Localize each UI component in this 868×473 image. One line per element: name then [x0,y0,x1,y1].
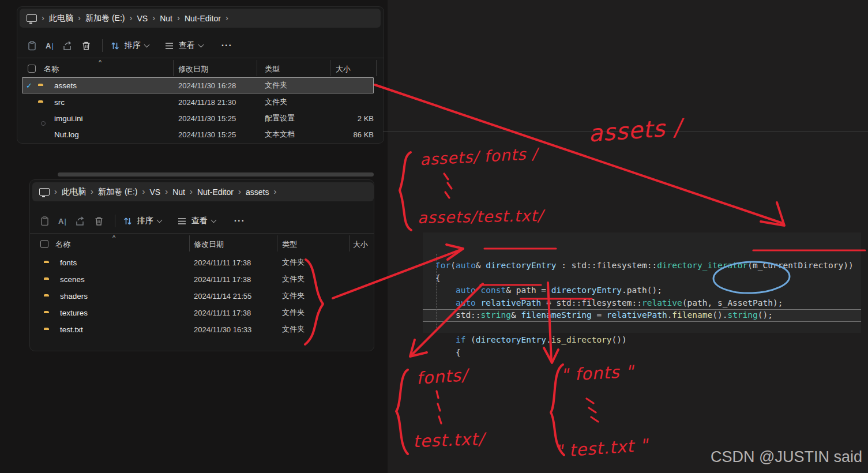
file-explorer-window-1: ›此电脑›新加卷 (E:)›VS›Nut›Nut-Editor› A| 排序 查… [17,7,384,143]
code-line: { [435,347,861,359]
paste-button[interactable] [39,216,50,227]
annotation-testtxt-string: " test.txt " [554,435,649,461]
screenshot-root: ›此电脑›新加卷 (E:)›VS›Nut›Nut-Editor› A| 排序 查… [0,0,868,473]
file-row-shaders[interactable]: shaders 2024/11/14 21:55 文件夹 [35,287,369,304]
rename-icon: A [58,217,63,226]
breadcrumb-chevron-icon: › [226,13,228,22]
code-block: for(auto& directoryEntry : std::filesyst… [423,232,861,333]
address-bar[interactable]: ›此电脑›新加卷 (E:)›VS›Nut›Nut-Editor› [20,9,381,28]
breadcrumb-chevron-icon: › [129,13,132,22]
clipboard-icon [39,216,50,227]
file-type: 文件夹 [282,257,305,268]
breadcrumb-item[interactable]: Nut-Editor [197,187,234,197]
breadcrumb-chevron-icon: › [238,186,241,196]
file-row-imgui-ini[interactable]: imgui.ini 2024/11/30 15:25 配置设置 2 KB [22,110,374,126]
breadcrumb-item[interactable]: VS [137,14,148,23]
chevron-down-icon [144,42,149,48]
view-lines-icon [164,40,175,51]
column-header-date[interactable]: 修改日期 [178,64,208,74]
file-size: 2 KB [310,114,374,123]
file-row-nut-log[interactable]: Nut.log 2024/11/30 15:25 文本文档 86 KB [22,126,374,142]
ellipsis-icon: ··· [234,216,245,226]
breadcrumb-item[interactable]: 新加卷 (E:) [85,13,125,24]
breadcrumb-chevron-icon: › [78,13,81,22]
rename-icon: A [46,42,51,50]
file-explorer-window-2: ›此电脑›新加卷 (E:)›VS›Nut›Nut-Editor›assets› … [30,180,374,351]
file-row-assets[interactable]: ✓ assets 2024/11/30 16:28 文件夹 [22,77,374,93]
file-type: 文件夹 [265,97,287,107]
code-line: auto const& path = directoryEntry.path()… [435,284,861,297]
breadcrumb-item[interactable]: 新加卷 (E:) [98,187,137,197]
sort-label: 排序 [125,40,141,51]
more-options-button[interactable]: ··· [234,216,245,226]
breadcrumb-chevron-icon: › [91,186,93,196]
code-line: for(auto& directoryEntry : std::filesyst… [435,260,861,272]
breadcrumb-item[interactable]: 此电脑 [49,13,73,24]
column-header-type[interactable]: 类型 [282,239,297,250]
share-button[interactable] [74,216,85,227]
breadcrumb-item[interactable]: VS [149,187,160,197]
row-checked-icon[interactable]: ✓ [26,81,32,90]
ellipsis-dots-bottom-left [437,391,441,423]
chevron-down-icon [156,217,162,223]
address-bar[interactable]: ›此电脑›新加卷 (E:)›VS›Nut›Nut-Editor›assets› [32,182,374,201]
column-header-size[interactable]: 大小 [336,64,351,74]
rename-button[interactable]: A| [58,217,66,226]
select-all-checkbox[interactable] [28,65,36,73]
ellipsis-icon: ··· [221,40,232,51]
sort-button[interactable]: 排序 [110,40,149,51]
breadcrumb-item[interactable]: assets [246,187,269,197]
file-row-scenes[interactable]: scenes 2024/11/11 17:38 文件夹 [35,271,369,287]
code-line: if (directoryEntry.is_directory()) [435,334,861,347]
delete-button[interactable] [81,40,92,51]
column-header-type[interactable]: 类型 [265,64,280,74]
column-header-size[interactable]: 大小 [353,239,368,250]
file-name: textures [60,308,88,317]
code-lines: for(auto& directoryEntry : std::filesyst… [435,260,861,359]
file-row-src[interactable]: src 2024/11/18 21:30 文件夹 [22,94,374,110]
clipboard-icon [27,40,37,51]
share-icon [62,40,73,51]
column-header-name[interactable]: 名称 [55,239,70,250]
view-label: 查看 [179,40,195,51]
column-header-date[interactable]: 修改日期 [194,239,224,250]
code-line: auto relativePath = std::filesystem::rel… [435,297,861,310]
text-cursor-icon: | [64,217,66,226]
breadcrumb-item[interactable]: 此电脑 [62,187,86,197]
toolbar-divider [102,39,103,52]
annotation-assets-fonts: assets/ fonts / [419,145,538,169]
more-options-button[interactable]: ··· [221,40,232,51]
view-button[interactable]: 查看 [176,216,216,227]
file-row-fonts[interactable]: fonts 2024/11/11 17:38 文件夹 [35,254,369,271]
breadcrumb-chevron-icon: › [54,186,57,196]
file-row-test-txt[interactable]: test.txt 2024/11/30 16:33 文件夹 [35,321,369,337]
toolbar: A| 排序 查看 ··· [27,35,241,57]
delete-button[interactable] [93,216,104,227]
watermark-text: CSDN @JUSTIN said [711,448,862,466]
rename-button[interactable]: A| [46,42,54,50]
breadcrumb-item[interactable]: Nut [172,187,185,197]
sort-arrows-icon [110,40,121,51]
select-all-checkbox[interactable] [40,240,48,248]
view-button[interactable]: 查看 [164,40,203,51]
file-name: test.txt [60,325,83,333]
breadcrumb-item[interactable]: Nut [160,14,172,23]
file-type: 文件夹 [265,80,287,91]
paste-button[interactable] [27,40,37,51]
ellipsis-dots-top [444,174,452,198]
toolbar-divider [115,215,115,227]
share-button[interactable] [62,40,73,51]
file-date: 2024/11/30 16:28 [178,81,236,90]
file-row-textures[interactable]: textures 2024/11/11 17:38 文件夹 [35,304,369,321]
brace-bottom-left-group [396,370,408,454]
breadcrumb-chevron-icon: › [152,13,155,22]
breadcrumb-item[interactable]: Nut-Editor [185,14,221,23]
this-pc-icon [39,188,50,196]
file-name: imgui.ini [54,114,83,123]
file-name: Nut.log [54,130,79,139]
code-line: std::string& filenameString = relativePa… [435,309,861,322]
file-date: 2024/11/18 21:30 [178,98,236,107]
column-header-name[interactable]: 名称 [44,64,59,74]
sort-button[interactable]: 排序 [122,216,161,227]
annotation-testtxt-path: test.txt/ [412,429,484,451]
